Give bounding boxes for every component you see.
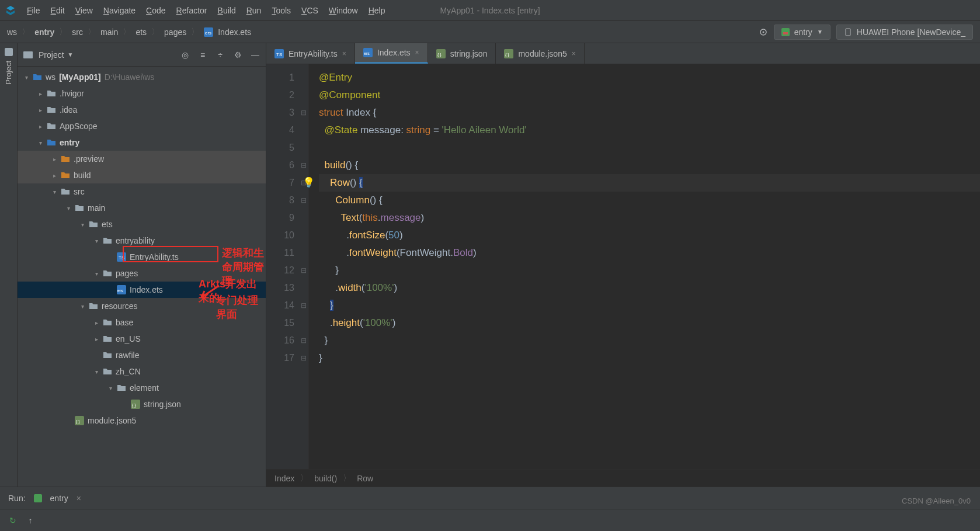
tree-item-zh_CN[interactable]: ▾zh_CN [18, 363, 266, 380]
fold-marker[interactable] [299, 314, 308, 332]
crumb-main[interactable]: main [100, 27, 118, 37]
tree-item-build[interactable]: ▸build [18, 167, 266, 183]
fold-marker[interactable] [299, 209, 308, 227]
select-opened-file-icon[interactable]: ◎ [180, 50, 190, 60]
fold-marker[interactable]: ⊟ [299, 104, 308, 122]
tree-item--hvigor[interactable]: ▸.hvigor [18, 85, 266, 102]
tree-arrow-icon[interactable]: ▸ [93, 320, 99, 326]
tree-item-base[interactable]: ▸base [18, 314, 266, 331]
tree-arrow-icon[interactable]: ▸ [51, 156, 57, 162]
tree-arrow-icon[interactable]: ▾ [23, 74, 29, 81]
line-number[interactable]: 2 [266, 86, 294, 104]
menu-build[interactable]: Build [218, 6, 236, 15]
tree-item--preview[interactable]: ▸.preview [18, 151, 266, 167]
tree-arrow-icon[interactable]: ▾ [93, 369, 99, 375]
tree-item-entryability[interactable]: ▾entryability [18, 232, 266, 249]
up-arrow-icon[interactable]: ↑ [26, 516, 35, 525]
line-number[interactable]: 17 [266, 349, 294, 367]
bc-build[interactable]: build() [314, 474, 337, 483]
menu-view[interactable]: View [75, 6, 93, 15]
fold-marker[interactable]: ⊟ [299, 157, 308, 174]
tab-module-json5[interactable]: { }module.json5× [496, 43, 584, 64]
line-number[interactable]: 10 [266, 227, 294, 244]
tree-arrow-icon[interactable]: ▸ [51, 172, 57, 179]
tree-arrow-icon[interactable]: ▾ [107, 385, 113, 391]
menu-window[interactable]: Window [329, 6, 358, 15]
hide-panel-icon[interactable]: — [251, 50, 260, 60]
line-number[interactable]: 4 [266, 122, 294, 139]
fold-gutter[interactable]: ⊟⊟⊟⊟⊟⊟⊟⊟ [299, 64, 308, 469]
menu-navigate[interactable]: Navigate [103, 6, 135, 15]
line-number[interactable]: 11 [266, 244, 294, 262]
tree-arrow-icon[interactable]: ▾ [65, 205, 71, 211]
tree-arrow-icon[interactable]: ▸ [93, 336, 99, 342]
menu-vcs[interactable]: VCS [301, 6, 318, 15]
tree-item-string-json[interactable]: { }string.json [18, 396, 266, 412]
line-number-gutter[interactable]: 1234567891011121314151617 [266, 64, 299, 469]
menu-help[interactable]: Help [369, 6, 385, 15]
tab-string-json[interactable]: { }string.json [428, 43, 496, 64]
tree-arrow-icon[interactable]: ▾ [37, 140, 43, 146]
crumb-ws[interactable]: ws [7, 27, 17, 37]
tree-item-ws-[interactable]: ▾ws [MyApp01] D:\Huawei\ws [18, 69, 266, 85]
tree-item-en_US[interactable]: ▸en_US [18, 331, 266, 347]
breadcrumb[interactable]: ws〉 entry〉 src〉 main〉 ets〉 pages〉 ers In… [7, 27, 251, 37]
line-number[interactable]: 8 [266, 192, 294, 209]
project-tool-button[interactable]: Project [4, 61, 13, 84]
fold-marker[interactable]: ⊟ [299, 332, 308, 349]
crumb-ets[interactable]: ets [135, 27, 147, 37]
code-editor[interactable]: @Entry@Componentstruct Index { @State me… [308, 64, 980, 469]
fold-marker[interactable] [299, 69, 308, 86]
close-icon[interactable]: × [572, 50, 576, 58]
fold-marker[interactable] [299, 122, 308, 139]
fold-marker[interactable] [299, 86, 308, 104]
target-icon[interactable] [759, 27, 768, 37]
menu-tools[interactable]: Tools [272, 6, 291, 15]
tree-item-rawfile[interactable]: rawfile [18, 347, 266, 363]
tree-arrow-icon[interactable]: ▸ [37, 91, 43, 97]
line-number[interactable]: 7 [266, 174, 294, 192]
tree-arrow-icon[interactable]: ▾ [79, 221, 85, 228]
tree-item-module-json5[interactable]: { }module.json5 [18, 412, 266, 429]
bc-struct[interactable]: Index [274, 474, 294, 483]
project-tool-icon[interactable] [5, 48, 13, 56]
tree-item-entry[interactable]: ▾entry [18, 134, 266, 151]
tree-arrow-icon[interactable]: ▾ [51, 189, 57, 195]
tree-item-pages[interactable]: ▾pages [18, 265, 266, 282]
tree-item-ets[interactable]: ▾ets [18, 216, 266, 232]
run-config-name[interactable]: entry [50, 494, 68, 503]
line-number[interactable]: 3 [266, 104, 294, 122]
code-breadcrumb[interactable]: Index〉 build()〉 Row [266, 469, 980, 487]
tree-item-src[interactable]: ▾src [18, 183, 266, 200]
close-icon[interactable]: × [415, 48, 419, 57]
line-number[interactable]: 16 [266, 332, 294, 349]
tree-item--idea[interactable]: ▸.idea [18, 102, 266, 118]
fold-marker[interactable] [299, 227, 308, 244]
fold-marker[interactable]: ⊟ [299, 262, 308, 279]
fold-marker[interactable] [299, 139, 308, 157]
device-selector[interactable]: HUAWEI Phone [NewDevice_ [836, 25, 973, 40]
tree-item-EntryAbility-ts[interactable]: TSEntryAbility.ts [18, 249, 266, 265]
fold-marker[interactable] [299, 244, 308, 262]
line-number[interactable]: 5 [266, 139, 294, 157]
tree-item-main[interactable]: ▾main [18, 200, 266, 216]
tab-Index-ets[interactable]: ersIndex.ets× [355, 43, 428, 64]
tree-item-Index-ets[interactable]: ersIndex.ets [18, 282, 266, 298]
expand-all-icon[interactable]: ≡ [198, 50, 207, 60]
tree-item-AppScope[interactable]: ▸AppScope [18, 118, 266, 134]
line-number[interactable]: 13 [266, 279, 294, 297]
tree-arrow-icon[interactable]: ▾ [93, 238, 99, 244]
bc-row[interactable]: Row [357, 474, 373, 483]
fold-marker[interactable]: ⊟ [299, 297, 308, 314]
line-number[interactable]: 1 [266, 69, 294, 86]
fold-marker[interactable]: ⊟ [299, 192, 308, 209]
tree-item-resources[interactable]: ▾resources [18, 298, 266, 314]
menu-code[interactable]: Code [146, 6, 165, 15]
tree-item-element[interactable]: ▾element [18, 380, 266, 396]
menu-file[interactable]: File [27, 6, 40, 15]
close-icon[interactable]: × [77, 494, 81, 503]
line-number[interactable]: 14 [266, 297, 294, 314]
menu-run[interactable]: Run [246, 6, 262, 15]
menu-edit[interactable]: Edit [51, 6, 65, 15]
line-number[interactable]: 6 [266, 157, 294, 174]
